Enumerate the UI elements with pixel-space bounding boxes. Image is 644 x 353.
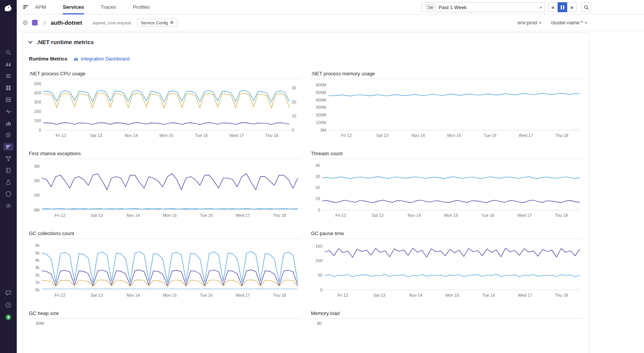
help-icon[interactable] (3, 301, 13, 309)
svg-text:6k: 6k (35, 243, 40, 248)
svg-text:Tue 16: Tue 16 (200, 213, 213, 218)
svg-text:Nov 14: Nov 14 (125, 133, 138, 138)
synthetics-icon[interactable] (3, 178, 13, 186)
scope-filters: env:prod ▾ cluster-name:* ▾ (518, 20, 587, 25)
chart-threads-count: Threads count010203040Fri 12Sat 13Nov 14… (311, 151, 583, 220)
service-map-icon[interactable] (3, 155, 13, 162)
svg-text:Fri 12: Fri 12 (341, 133, 352, 138)
status-icon[interactable] (3, 313, 13, 321)
chart-plot[interactable]: 80 (311, 318, 583, 353)
tab-services[interactable]: Services (63, 0, 84, 14)
env-filter[interactable]: env:prod ▾ (518, 20, 541, 25)
svg-text:3k: 3k (35, 265, 40, 270)
svg-text:1k: 1k (35, 280, 40, 285)
svg-text:Wed 17: Wed 17 (236, 293, 250, 297)
chart-title: GC collections count (29, 231, 301, 236)
logs-icon[interactable] (3, 167, 13, 174)
svg-text:20: 20 (292, 100, 296, 104)
pause-icon (561, 5, 564, 10)
time-range-select[interactable]: 1w Past 1 Week ▾ (422, 2, 545, 12)
svg-text:Wed 17: Wed 17 (517, 213, 532, 218)
events-icon[interactable] (3, 72, 13, 80)
chat-icon[interactable] (3, 289, 13, 297)
forward-button[interactable]: » (567, 2, 577, 12)
favorite-star-icon[interactable]: ☆ (42, 19, 47, 26)
svg-text:Mon 15: Mon 15 (447, 133, 461, 138)
apm-icon[interactable] (3, 143, 13, 151)
chart-plot[interactable]: 050100150Fri 12Sat 13Nov 14Mon 15Tue 16W… (311, 239, 583, 300)
gear-icon: ⚙ (170, 20, 174, 25)
svg-text:30: 30 (292, 86, 296, 90)
collapse-chevron-icon[interactable] (28, 39, 32, 43)
chart-title: First chance exceptions (29, 151, 301, 156)
forward-icon: » (570, 4, 573, 10)
svg-text:Nov 14: Nov 14 (409, 293, 422, 297)
service-config-button[interactable]: Service Config ⚙ (137, 19, 177, 27)
svg-text:Nov 14: Nov 14 (408, 213, 421, 218)
globe-icon (22, 20, 28, 25)
svg-text:400: 400 (34, 91, 41, 95)
chart-first-chance-exceptions: First chance exceptions0M1M2M3MFri 12Sat… (29, 151, 301, 220)
svg-text:30: 30 (316, 174, 320, 179)
svg-text:100: 100 (316, 258, 322, 263)
rewind-button[interactable]: « (548, 2, 558, 12)
svg-text:2M: 2M (34, 178, 40, 183)
watchdog-icon[interactable] (3, 60, 13, 68)
svg-text:Mon 15: Mon 15 (163, 293, 177, 297)
chart-title: GC pause time (311, 231, 583, 236)
svg-text:Thu 18: Thu 18 (555, 293, 568, 297)
service-type-badge (32, 20, 38, 25)
svg-text:0M: 0M (34, 208, 40, 212)
svg-text:Nov 14: Nov 14 (412, 133, 425, 138)
service-name: auth-dotnet (51, 19, 82, 26)
integration-dashboard-label: Integration Dashboard (81, 56, 130, 62)
svg-text:200: 200 (34, 109, 41, 114)
svg-text:1M: 1M (34, 193, 40, 197)
dashboards-icon[interactable] (3, 84, 13, 92)
chart-plot[interactable]: 0M1M2M3MFri 12Sat 13Nov 14Mon 15Tue 16We… (29, 159, 301, 220)
settings-icon[interactable] (3, 202, 13, 210)
svg-text:Tue 16: Tue 16 (195, 133, 208, 138)
svg-text:Wed 17: Wed 17 (236, 213, 250, 218)
metrics-icon[interactable] (3, 119, 13, 127)
svg-text:200M: 200M (316, 113, 326, 117)
pause-button[interactable] (558, 2, 567, 12)
svg-text:40: 40 (316, 163, 320, 168)
svg-text:0: 0 (39, 128, 41, 132)
svg-text:2k: 2k (35, 273, 40, 277)
monitors-icon[interactable] (3, 108, 13, 115)
svg-text:Mon 15: Mon 15 (444, 213, 458, 218)
svg-text:Thu 18: Thu 18 (555, 133, 568, 138)
time-range-tag: 1w (425, 4, 436, 10)
integration-dashboard-link[interactable]: Integration Dashboard (73, 56, 130, 62)
svg-text:10: 10 (292, 114, 296, 118)
svg-text:Thu 18: Thu 18 (555, 213, 568, 218)
tab-profiles[interactable]: Profiles (133, 0, 150, 14)
chart-plot[interactable]: 01002003004005000102030Fri 12Sat 13Nov 1… (29, 79, 301, 140)
tab-traces[interactable]: Traces (101, 0, 116, 14)
svg-text:100M: 100M (316, 120, 326, 125)
chart-plot[interactable]: 0k1k2k3k4k5k6kFri 12Sat 13Nov 14Mon 15Tu… (29, 239, 301, 300)
runtime-metrics-card: .NET runtime metrics Runtime Metrics Int… (22, 32, 589, 353)
zoom-search-button[interactable] (581, 2, 591, 12)
svg-text:100: 100 (34, 118, 41, 123)
tab-apm[interactable]: APM (35, 0, 46, 14)
svg-text:0: 0 (318, 208, 320, 212)
svg-text:Wed 17: Wed 17 (518, 293, 532, 297)
infrastructure-icon[interactable] (3, 96, 13, 103)
chart-gc-pause-time: GC pause time050100150Fri 12Sat 13Nov 14… (311, 231, 583, 300)
svg-text:Sat 13: Sat 13 (376, 133, 389, 138)
chart-plot[interactable]: 010203040Fri 12Sat 13Nov 14Mon 15Tue 16W… (311, 159, 583, 220)
cluster-filter[interactable]: cluster-name:* ▾ (551, 20, 587, 25)
security-icon[interactable] (3, 190, 13, 198)
svg-text:Fri 12: Fri 12 (335, 213, 346, 218)
topnav-controls: 1w Past 1 Week ▾ « » (422, 2, 591, 12)
chart-plot[interactable]: 80M (29, 318, 301, 353)
datadog-logo[interactable] (3, 3, 14, 14)
chart-plot[interactable]: 0M100M200M300M400M500M600MFri 12Sat 13No… (311, 79, 583, 140)
svg-text:Thu 18: Thu 18 (265, 133, 278, 138)
svg-text:0: 0 (292, 128, 294, 132)
integrations-icon[interactable] (3, 131, 13, 139)
svg-text:Mon 15: Mon 15 (163, 213, 177, 218)
search-icon[interactable] (3, 49, 13, 56)
